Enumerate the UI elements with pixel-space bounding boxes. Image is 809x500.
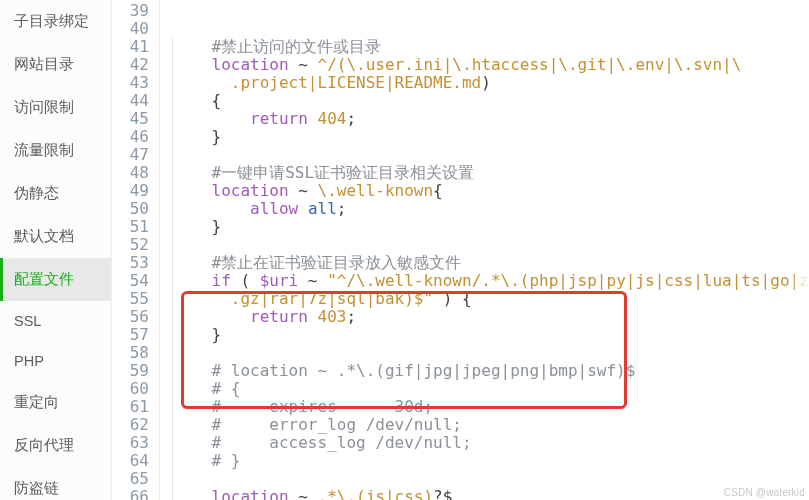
line-number: 40 xyxy=(112,20,149,38)
line-number: 42 xyxy=(112,56,149,74)
line-number: 53 xyxy=(112,254,149,272)
line-number: 51 xyxy=(112,218,149,236)
code-line xyxy=(172,470,809,488)
line-number: 48 xyxy=(112,164,149,182)
code-line xyxy=(172,344,809,362)
code-line: #一键申请SSL证书验证目录相关设置 xyxy=(172,164,809,182)
code-line: } xyxy=(172,218,809,236)
line-number: 45 xyxy=(112,110,149,128)
code-line: #禁止在证书验证目录放入敏感文件 xyxy=(172,254,809,272)
line-number: 56 xyxy=(112,308,149,326)
sidebar-item-8[interactable]: PHP xyxy=(0,341,111,381)
code-line: allow all; xyxy=(172,200,809,218)
sidebar-item-2[interactable]: 访问限制 xyxy=(0,86,111,129)
code-line: # { xyxy=(172,380,809,398)
app-root: 子目录绑定网站目录访问限制流量限制伪静态默认文档配置文件SSLPHP重定向反向代… xyxy=(0,0,809,500)
code-line: location ~ .*\.(js|css)?$ xyxy=(172,488,809,500)
sidebar-item-11[interactable]: 防盗链 xyxy=(0,467,111,500)
code-line: # expires 30d; xyxy=(172,398,809,416)
sidebar: 子目录绑定网站目录访问限制流量限制伪静态默认文档配置文件SSLPHP重定向反向代… xyxy=(0,0,112,500)
sidebar-item-10[interactable]: 反向代理 xyxy=(0,424,111,467)
code-line: .gz|rar|7z|sql|bak)$" ) { xyxy=(172,290,809,308)
code-line: return 404; xyxy=(172,110,809,128)
sidebar-item-0[interactable]: 子目录绑定 xyxy=(0,0,111,43)
line-number: 49 xyxy=(112,182,149,200)
line-number: 52 xyxy=(112,236,149,254)
code-line: #禁止访问的文件或目录 xyxy=(172,38,809,56)
line-number: 41 xyxy=(112,38,149,56)
sidebar-item-3[interactable]: 流量限制 xyxy=(0,129,111,172)
code-editor[interactable]: 3940414243444546474849505152535455565758… xyxy=(112,0,809,500)
code-line: .project|LICENSE|README.md) xyxy=(172,74,809,92)
sidebar-item-4[interactable]: 伪静态 xyxy=(0,172,111,215)
line-number: 39 xyxy=(112,2,149,20)
code-line xyxy=(172,146,809,164)
code-line: if ( $uri ~ "^/\.well-known/.*\.(php|jsp… xyxy=(172,272,809,290)
line-number: 46 xyxy=(112,128,149,146)
code-line: } xyxy=(172,326,809,344)
sidebar-item-7[interactable]: SSL xyxy=(0,301,111,341)
code-line: return 403; xyxy=(172,308,809,326)
code-line: } xyxy=(172,128,809,146)
sidebar-item-6[interactable]: 配置文件 xyxy=(0,258,111,301)
code-line: # error_log /dev/null; xyxy=(172,416,809,434)
sidebar-item-1[interactable]: 网站目录 xyxy=(0,43,111,86)
code-line: { xyxy=(172,92,809,110)
line-number: 47 xyxy=(112,146,149,164)
code-content[interactable]: #禁止访问的文件或目录 location ~ ^/(\.user.ini|\.h… xyxy=(160,0,809,500)
line-number: 63 xyxy=(112,434,149,452)
code-line: # location ~ .*\.(gif|jpg|jpeg|png|bmp|s… xyxy=(172,362,809,380)
line-number: 65 xyxy=(112,470,149,488)
line-number: 44 xyxy=(112,92,149,110)
line-number: 55 xyxy=(112,290,149,308)
line-number: 66 xyxy=(112,488,149,500)
code-line xyxy=(172,236,809,254)
code-line: # access_log /dev/null; xyxy=(172,434,809,452)
line-number: 61 xyxy=(112,398,149,416)
line-number-gutter: 3940414243444546474849505152535455565758… xyxy=(112,0,160,500)
code-line: # } xyxy=(172,452,809,470)
line-number: 43 xyxy=(112,74,149,92)
line-number: 60 xyxy=(112,380,149,398)
line-number: 58 xyxy=(112,344,149,362)
line-number: 57 xyxy=(112,326,149,344)
line-number: 50 xyxy=(112,200,149,218)
sidebar-item-5[interactable]: 默认文档 xyxy=(0,215,111,258)
code-line: location ~ \.well-known{ xyxy=(172,182,809,200)
sidebar-item-9[interactable]: 重定向 xyxy=(0,381,111,424)
watermark-text: CSDN @waterkid xyxy=(724,487,805,498)
line-number: 59 xyxy=(112,362,149,380)
code-line: location ~ ^/(\.user.ini|\.htaccess|\.gi… xyxy=(172,56,809,74)
line-number: 64 xyxy=(112,452,149,470)
line-number: 62 xyxy=(112,416,149,434)
line-number: 54 xyxy=(112,272,149,290)
